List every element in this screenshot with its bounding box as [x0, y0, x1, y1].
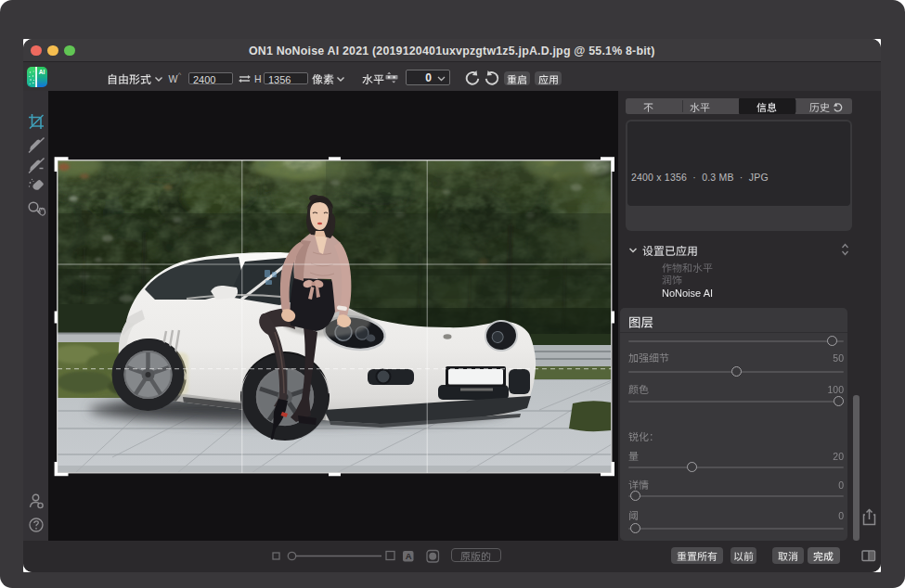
- svg-text:AI: AI: [38, 69, 45, 75]
- svg-text:A: A: [405, 551, 411, 561]
